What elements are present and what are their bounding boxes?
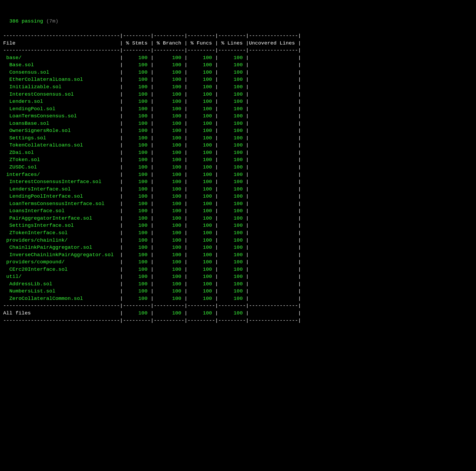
coverage-value: 100 <box>154 135 185 141</box>
coverage-file: Lenders.sol <box>3 99 120 104</box>
coverage-file: InterestConsensusInterface.sol <box>3 179 120 185</box>
table-row: Lenders.sol | 100 | 100 | 100 | 100 | | <box>3 99 301 104</box>
coverage-value: 100 <box>154 193 185 199</box>
coverage-value: 100 <box>154 77 185 82</box>
coverage-value: 100 <box>218 274 246 279</box>
coverage-value: 100 <box>154 99 185 104</box>
coverage-value: 100 <box>187 310 215 316</box>
coverage-value: 100 <box>154 237 185 243</box>
coverage-value: 100 <box>218 296 246 301</box>
coverage-value: 100 <box>218 179 246 185</box>
coverage-file: LendingPoolInterface.sol <box>3 193 120 199</box>
coverage-value: 100 <box>123 164 150 170</box>
footer-row: All files | 100 | 100 | 100 | 100 | | <box>3 310 301 316</box>
table-row: ChainlinkPairAggregator.sol | 100 | 100 … <box>3 245 301 250</box>
coverage-value: 100 <box>218 230 246 236</box>
coverage-value: 100 <box>187 99 215 104</box>
coverage-value: 100 <box>154 150 185 155</box>
table-row: LendingPool.sol | 100 | 100 | 100 | 100 … <box>3 106 301 112</box>
coverage-value: 100 <box>218 121 246 126</box>
coverage-value: 100 <box>123 62 150 68</box>
coverage-value: 100 <box>218 99 246 104</box>
coverage-value: 100 <box>123 186 150 192</box>
table-row: util/ | 100 | 100 | 100 | 100 | | <box>3 274 301 279</box>
coverage-file: providers/compound/ <box>3 259 120 265</box>
coverage-value: 100 <box>218 288 246 294</box>
coverage-value: 100 <box>218 266 246 272</box>
coverage-value: 100 <box>154 296 185 301</box>
coverage-value: 100 <box>187 201 215 207</box>
coverage-value: 100 <box>154 179 185 185</box>
coverage-value: 100 <box>154 91 185 97</box>
table-row: LoanTermsConsensus.sol | 100 | 100 | 100… <box>3 113 301 119</box>
coverage-value: 100 <box>187 62 215 68</box>
coverage-value: 100 <box>187 252 215 258</box>
table-row: SettingsInterface.sol | 100 | 100 | 100 … <box>3 223 301 228</box>
coverage-value: 100 <box>154 62 185 68</box>
coverage-value: 100 <box>123 274 150 279</box>
coverage-value: 100 <box>154 281 185 287</box>
coverage-file: LoansInterface.sol <box>3 208 120 214</box>
coverage-value: 100 <box>187 113 215 119</box>
coverage-value: 100 <box>218 215 246 221</box>
coverage-file: ZDai.sol <box>3 150 120 155</box>
table-row: ZeroCollateralCommon.sol | 100 | 100 | 1… <box>3 296 301 301</box>
coverage-value: 100 <box>187 259 215 265</box>
coverage-value: 100 <box>154 55 185 61</box>
coverage-value: 100 <box>123 84 150 90</box>
table-row: AddressLib.sol | 100 | 100 | 100 | 100 |… <box>3 281 301 287</box>
divider: --------------------------------------|-… <box>3 47 301 53</box>
coverage-value: 100 <box>187 266 215 272</box>
table-row: LoanTermsConsensusInterface.sol | 100 | … <box>3 201 301 207</box>
coverage-value: 100 <box>218 259 246 265</box>
coverage-value: 100 <box>218 281 246 287</box>
table-row: Initializable.sol | 100 | 100 | 100 | 10… <box>3 84 301 90</box>
table-row: LoansInterface.sol | 100 | 100 | 100 | 1… <box>3 208 301 214</box>
table-row: providers/chainlink/ | 100 | 100 | 100 |… <box>3 237 301 243</box>
coverage-value: 100 <box>187 69 215 75</box>
coverage-value: 100 <box>187 135 215 141</box>
coverage-value: 100 <box>187 193 215 199</box>
coverage-value: 100 <box>123 99 150 104</box>
footer-label: All files <box>3 310 120 316</box>
table-row: base/ | 100 | 100 | 100 | 100 | | <box>3 55 301 61</box>
coverage-file: LoansBase.sol <box>3 121 120 126</box>
coverage-value: 100 <box>218 223 246 228</box>
coverage-file: EtherCollateralLoans.sol <box>3 77 120 82</box>
coverage-value: 100 <box>154 266 185 272</box>
coverage-value: 100 <box>187 142 215 148</box>
coverage-value: 100 <box>154 274 185 279</box>
coverage-file: ZTokenInterface.sol <box>3 230 120 236</box>
coverage-file: Consensus.sol <box>3 69 120 75</box>
coverage-value: 100 <box>123 106 150 112</box>
coverage-value: 100 <box>218 208 246 214</box>
coverage-file: CErc20Interface.sol <box>3 266 120 272</box>
table-header: File | % Stmts | % Branch | % Funcs | % … <box>3 40 301 46</box>
coverage-value: 100 <box>218 193 246 199</box>
coverage-value: 100 <box>218 77 246 82</box>
coverage-value: 100 <box>218 201 246 207</box>
coverage-value: 100 <box>187 208 215 214</box>
coverage-value: 100 <box>218 310 246 316</box>
table-row: ZToken.sol | 100 | 100 | 100 | 100 | | <box>3 157 301 163</box>
coverage-file: LoanTermsConsensus.sol <box>3 113 120 119</box>
coverage-value: 100 <box>154 201 185 207</box>
coverage-value: 100 <box>154 245 185 250</box>
coverage-value: 100 <box>187 223 215 228</box>
table-row: NumbersList.sol | 100 | 100 | 100 | 100 … <box>3 288 301 294</box>
table-row: interfaces/ | 100 | 100 | 100 | 100 | | <box>3 172 301 177</box>
coverage-file: PairAggregatorInterface.sol <box>3 215 120 221</box>
coverage-value: 100 <box>187 237 215 243</box>
coverage-value: 100 <box>123 266 150 272</box>
test-duration: (7m) <box>46 18 58 24</box>
coverage-value: 100 <box>154 69 185 75</box>
coverage-value: 100 <box>154 142 185 148</box>
coverage-value: 100 <box>123 121 150 126</box>
coverage-value: 100 <box>187 245 215 250</box>
table-row: ZUSDC.sol | 100 | 100 | 100 | 100 | | <box>3 164 301 170</box>
coverage-value: 100 <box>154 230 185 236</box>
coverage-value: 100 <box>123 77 150 82</box>
coverage-value: 100 <box>218 91 246 97</box>
coverage-value: 100 <box>123 288 150 294</box>
coverage-file: LendingPool.sol <box>3 106 120 112</box>
